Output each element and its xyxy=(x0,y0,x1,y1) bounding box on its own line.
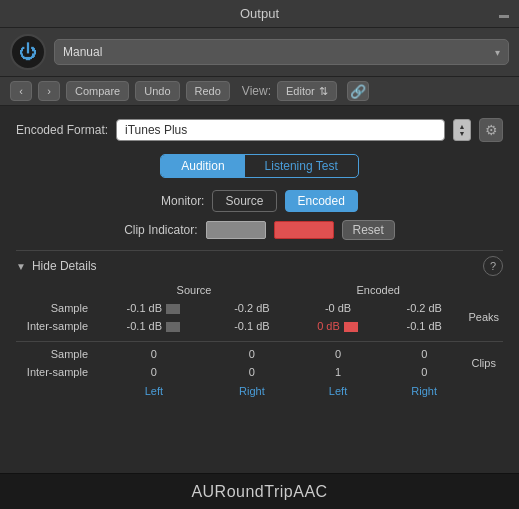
source-right-value-1: -0.1 dB xyxy=(212,317,292,335)
sample-label: Sample xyxy=(16,299,96,317)
up-down-icon: ⇅ xyxy=(319,85,328,98)
clip-indicator-label: Clip Indicator: xyxy=(124,223,197,237)
chevron-left-icon: ‹ xyxy=(19,85,23,97)
right-col-header-encoded: Right xyxy=(384,381,464,400)
table-row: Sample 0 0 0 0 Clips xyxy=(16,342,503,364)
table-row: Inter-sample -0.1 dB -0.1 dB 0 dB -0.1 d… xyxy=(16,317,503,335)
redo-button[interactable]: Redo xyxy=(186,81,230,101)
clip-source-right-0: 0 xyxy=(212,342,292,364)
clip-encoded-left-1: 1 xyxy=(292,363,384,381)
peaks-label: Peaks xyxy=(464,299,503,335)
plugin-title: AURoundTripAAC xyxy=(191,483,327,501)
editor-label: Editor xyxy=(286,85,315,97)
help-button[interactable]: ? xyxy=(483,256,503,276)
clips-label: Clips xyxy=(464,342,503,382)
clip-indicator-encoded xyxy=(274,221,334,239)
clip-source-left-0: 0 xyxy=(96,342,212,364)
table-row: Sample -0.1 dB -0.2 dB -0 dB -0.2 dB Pea… xyxy=(16,299,503,317)
tab-group: Audition Listening Test xyxy=(160,154,359,178)
source-left-value-1: -0.1 dB xyxy=(96,317,212,335)
view-label: View: xyxy=(242,84,271,98)
power-button[interactable]: ⏻ xyxy=(10,34,46,70)
encoded-left-value-0: -0 dB xyxy=(292,299,384,317)
format-label: Encoded Format: xyxy=(16,123,108,137)
dropdown-value: Manual xyxy=(63,45,102,59)
format-input[interactable]: iTunes Plus xyxy=(116,119,445,141)
chevron-down-icon: ▾ xyxy=(495,47,500,58)
window-controls xyxy=(499,7,509,21)
tab-audition[interactable]: Audition xyxy=(161,155,244,177)
window-title: Output xyxy=(240,6,279,21)
prev-button[interactable]: ‹ xyxy=(10,81,32,101)
monitor-source-button[interactable]: Source xyxy=(212,190,276,212)
left-col-header-source: Left xyxy=(96,381,212,400)
chevron-right-icon: › xyxy=(47,85,51,97)
format-row: Encoded Format: iTunes Plus ▲ ▼ ⚙ xyxy=(16,118,503,142)
monitor-label: Monitor: xyxy=(161,194,204,208)
clip-encoded-right-1: 0 xyxy=(384,363,464,381)
monitor-row: Monitor: Source Encoded xyxy=(16,190,503,212)
triangle-down-icon: ▼ xyxy=(16,261,26,272)
nav-bar: ‹ › Compare Undo Redo View: Editor ⇅ 🔗 xyxy=(0,77,519,106)
encoded-left-value-1: 0 dB xyxy=(292,317,384,335)
clip-sample-label: Sample xyxy=(16,342,96,364)
clip-indicator-source xyxy=(206,221,266,239)
view-selector[interactable]: Editor ⇅ xyxy=(277,81,337,101)
source-left-value-0: -0.1 dB xyxy=(96,299,212,317)
encoded-right-value-1: -0.1 dB xyxy=(384,317,464,335)
sub-header-row: Left Right Left Right xyxy=(16,381,503,400)
undo-button[interactable]: Undo xyxy=(135,81,179,101)
stepper-up-icon: ▲ xyxy=(459,123,466,130)
source-right-value-0: -0.2 dB xyxy=(212,299,292,317)
format-stepper[interactable]: ▲ ▼ xyxy=(453,119,471,141)
bottom-bar: AURoundTripAAC xyxy=(0,473,519,509)
stepper-down-icon: ▼ xyxy=(459,130,466,137)
minimize-button[interactable] xyxy=(499,15,509,18)
encoded-right-value-0: -0.2 dB xyxy=(384,299,464,317)
main-content: Encoded Format: iTunes Plus ▲ ▼ ⚙ Auditi… xyxy=(0,106,519,412)
gear-icon: ⚙ xyxy=(485,122,498,138)
clip-row: Clip Indicator: Reset xyxy=(16,220,503,240)
power-icon: ⏻ xyxy=(19,42,37,63)
next-button[interactable]: › xyxy=(38,81,60,101)
tabs-row: Audition Listening Test xyxy=(16,154,503,178)
top-controls: ⏻ Manual ▾ xyxy=(0,28,519,77)
encoded-column-header: Encoded xyxy=(292,281,464,299)
clip-source-right-1: 0 xyxy=(212,363,292,381)
format-value: iTunes Plus xyxy=(125,123,187,137)
hide-details-row: ▼ Hide Details ? xyxy=(16,250,503,273)
hide-details-label[interactable]: Hide Details xyxy=(32,259,97,273)
monitor-encoded-button[interactable]: Encoded xyxy=(285,190,358,212)
clip-inter-sample-label: Inter-sample xyxy=(16,363,96,381)
clip-encoded-right-0: 0 xyxy=(384,342,464,364)
meter-icon xyxy=(166,304,180,314)
link-icon: 🔗 xyxy=(350,84,366,99)
compare-button[interactable]: Compare xyxy=(66,81,129,101)
tab-listening-test[interactable]: Listening Test xyxy=(245,155,358,177)
manual-dropdown[interactable]: Manual ▾ xyxy=(54,39,509,65)
source-column-header: Source xyxy=(96,281,292,299)
settings-button[interactable]: ⚙ xyxy=(479,118,503,142)
details-table: Source Encoded Sample -0.1 dB -0.2 dB -0… xyxy=(16,281,503,400)
question-icon: ? xyxy=(490,260,496,272)
meter-red-icon xyxy=(344,322,358,332)
left-col-header-encoded: Left xyxy=(292,381,384,400)
link-button[interactable]: 🔗 xyxy=(347,81,369,101)
clip-source-left-1: 0 xyxy=(96,363,212,381)
title-bar: Output xyxy=(0,0,519,28)
meter-icon xyxy=(166,322,180,332)
right-col-header-source: Right xyxy=(212,381,292,400)
inter-sample-label: Inter-sample xyxy=(16,317,96,335)
clip-encoded-left-0: 0 xyxy=(292,342,384,364)
reset-button[interactable]: Reset xyxy=(342,220,395,240)
table-row: Inter-sample 0 0 1 0 xyxy=(16,363,503,381)
